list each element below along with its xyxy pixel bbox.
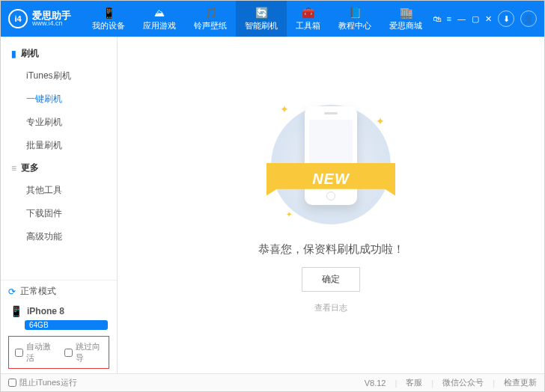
menu-icon[interactable]: ≡: [447, 14, 451, 23]
sidebar-item-batch-flash[interactable]: 批量刷机: [1, 134, 117, 157]
sparkle-icon: ✦: [376, 115, 385, 127]
tab-flash[interactable]: 🔄智能刷机: [236, 1, 287, 37]
support-link[interactable]: 客服: [406, 377, 422, 388]
tab-toolbox[interactable]: 🧰工具箱: [287, 1, 329, 37]
sidebar-item-oneclick-flash[interactable]: 一键刷机: [1, 88, 117, 111]
shop-icon[interactable]: 🛍: [433, 14, 441, 23]
device-icon: ▮: [11, 49, 16, 59]
tab-store[interactable]: 🏬爱思商城: [380, 1, 431, 37]
options-highlight: 自动激活 跳过向导: [8, 336, 109, 369]
toolbox-icon: 🧰: [302, 7, 314, 19]
window-controls: 🛍 ≡ — ▢ ✕ ⬇ 👤: [433, 10, 544, 27]
sidebar-item-itunes-flash[interactable]: iTunes刷机: [1, 64, 117, 88]
mode-toggle[interactable]: ⟳正常模式: [8, 285, 56, 298]
tab-ringtones[interactable]: 🎵铃声壁纸: [185, 1, 236, 37]
refresh-icon: 🔄: [255, 7, 267, 19]
apps-icon: ⛰: [153, 7, 165, 19]
close-icon[interactable]: ✕: [485, 14, 492, 24]
music-icon: 🎵: [204, 7, 216, 19]
sidebar: ▮刷机 iTunes刷机 一键刷机 专业刷机 批量刷机 ≡更多 其他工具 下载固…: [1, 37, 118, 373]
sparkle-icon: ✦: [286, 210, 292, 218]
phone-icon: 📱: [103, 7, 115, 19]
refresh-icon: ⟳: [8, 287, 16, 297]
auto-activate-checkbox[interactable]: 自动激活: [15, 341, 54, 364]
version-label: V8.12: [365, 379, 386, 388]
storage-badge: 64GB: [25, 320, 108, 330]
block-itunes-checkbox[interactable]: 阻止iTunes运行: [8, 377, 77, 388]
tab-mydevice[interactable]: 📱我的设备: [83, 1, 134, 37]
skip-guide-checkbox[interactable]: 跳过向导: [64, 341, 103, 364]
tab-tutorial[interactable]: 📘教程中心: [329, 1, 380, 37]
statusbar: 阻止iTunes运行 V8.12 | 客服 | 微信公众号 | 检查更新: [1, 373, 544, 391]
sidebar-group-more[interactable]: ≡更多: [1, 157, 117, 179]
sparkle-icon: ✦: [280, 103, 289, 115]
device-info[interactable]: 📱iPhone 8 64GB: [8, 302, 109, 333]
check-update-link[interactable]: 检查更新: [504, 377, 537, 388]
maximize-icon[interactable]: ▢: [472, 14, 479, 24]
sidebar-item-advanced[interactable]: 高级功能: [1, 225, 117, 248]
tab-apps[interactable]: ⛰应用游戏: [134, 1, 185, 37]
user-icon[interactable]: 👤: [520, 10, 537, 27]
more-icon: ≡: [11, 163, 16, 174]
store-icon: 🏬: [400, 7, 412, 19]
view-log-link[interactable]: 查看日志: [314, 302, 347, 313]
app-url: www.i4.cn: [32, 20, 71, 27]
success-message: 恭喜您，保资料刷机成功啦！: [258, 242, 404, 257]
minimize-icon[interactable]: —: [457, 14, 466, 23]
main-panel: ✦ ✦ ✦ NEW 恭喜您，保资料刷机成功啦！ 确定 查看日志: [118, 37, 544, 373]
phone-icon: 📱: [10, 305, 22, 317]
sidebar-item-pro-flash[interactable]: 专业刷机: [1, 111, 117, 134]
download-icon[interactable]: ⬇: [498, 10, 514, 27]
wechat-link[interactable]: 微信公众号: [442, 377, 484, 388]
device-name: iPhone 8: [27, 306, 64, 316]
book-icon: 📘: [349, 7, 361, 19]
logo-icon: i4: [8, 9, 28, 28]
app-logo: i4 爱思助手 www.i4.cn: [1, 9, 79, 28]
top-tabs: 📱我的设备 ⛰应用游戏 🎵铃声壁纸 🔄智能刷机 🧰工具箱 📘教程中心 🏬爱思商城: [83, 1, 431, 37]
titlebar: i4 爱思助手 www.i4.cn 📱我的设备 ⛰应用游戏 🎵铃声壁纸 🔄智能刷…: [1, 1, 544, 37]
sidebar-group-flash[interactable]: ▮刷机: [1, 43, 117, 64]
sidebar-item-other-tools[interactable]: 其他工具: [1, 179, 117, 202]
confirm-button[interactable]: 确定: [302, 267, 360, 292]
success-illustration: ✦ ✦ ✦ NEW: [256, 97, 406, 232]
sidebar-item-download-firmware[interactable]: 下载固件: [1, 202, 117, 225]
